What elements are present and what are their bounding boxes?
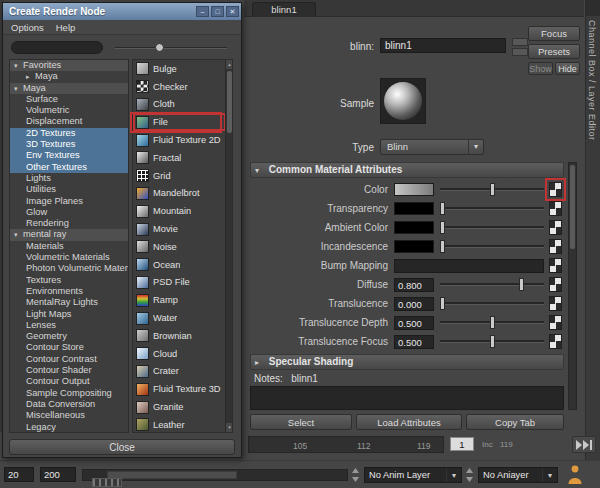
tab-blinn1[interactable]: blinn1: [252, 2, 316, 17]
attr-slider[interactable]: [440, 332, 544, 351]
node-item-cloud[interactable]: Cloud: [133, 345, 226, 363]
hide-button[interactable]: Hide: [555, 62, 580, 75]
output-connection-icon[interactable]: [512, 48, 528, 56]
node-item-ocean[interactable]: Ocean: [133, 256, 226, 274]
tree-item-mentalray-lights[interactable]: MentalRay Lights: [10, 297, 128, 308]
section-expanded-icon[interactable]: ▾: [255, 164, 266, 178]
input-connection-icon[interactable]: [512, 38, 528, 46]
range-slider-thumb[interactable]: [107, 471, 237, 479]
map-button-incandescence[interactable]: [549, 239, 562, 254]
select-button[interactable]: Select: [250, 414, 352, 430]
scroll-up-icon[interactable]: ▴: [226, 60, 233, 69]
tree-item-surface[interactable]: Surface: [10, 94, 128, 105]
stepper-icon[interactable]: [466, 468, 473, 482]
node-item-fluid-texture-3d[interactable]: Fluid Texture 3D: [133, 380, 226, 398]
current-time-field[interactable]: 1: [450, 437, 474, 451]
tree-item-sample-compositing[interactable]: Sample Compositing: [10, 388, 128, 399]
map-button-ambient-color[interactable]: [549, 220, 562, 235]
chevron-down-icon[interactable]: ▾: [468, 140, 483, 154]
tree-item-light-maps[interactable]: Light Maps: [10, 309, 128, 320]
tree-item-photon-volumetric-materi[interactable]: Photon Volumetric Materi...: [10, 263, 128, 274]
node-item-file[interactable]: File: [133, 113, 226, 131]
tree-item-rendering[interactable]: Rendering: [10, 218, 128, 229]
tree-expand-icon[interactable]: ▾: [14, 83, 23, 94]
tree-item-miscellaneous[interactable]: Miscellaneous: [10, 410, 128, 421]
value-field[interactable]: 0.000: [394, 297, 434, 311]
node-item-brownian[interactable]: Brownian: [133, 327, 226, 345]
tree-item-utilities[interactable]: Utilities: [10, 184, 128, 195]
tree-item-geometry[interactable]: Geometry: [10, 331, 128, 342]
attr-slider[interactable]: [440, 237, 544, 256]
tree-item-contour-shader[interactable]: Contour Shader: [10, 365, 128, 376]
value-field[interactable]: 0.800: [394, 278, 434, 292]
tree-item-volumetric[interactable]: Volumetric: [10, 105, 128, 116]
close-button[interactable]: Close: [9, 439, 235, 455]
close-icon[interactable]: ✕: [226, 6, 239, 17]
tree-item-image-planes[interactable]: Image Planes: [10, 196, 128, 207]
material-sample-swatch[interactable]: [380, 78, 426, 124]
time-slider[interactable]: 105 112 119: [248, 436, 444, 453]
attr-slider[interactable]: [440, 199, 544, 218]
map-button-bump-mapping[interactable]: [549, 258, 562, 273]
scrollbar-thumb[interactable]: [570, 165, 575, 249]
character-person-icon[interactable]: [564, 463, 586, 485]
node-item-grid[interactable]: Grid: [133, 167, 226, 185]
map-button-transparency[interactable]: [549, 201, 562, 216]
tree-item-materials[interactable]: Materials: [10, 241, 128, 252]
node-item-crater[interactable]: Crater: [133, 363, 226, 381]
tree-item-glow[interactable]: Glow: [10, 207, 128, 218]
node-item-fractal[interactable]: Fractal: [133, 149, 226, 167]
tree-expand-icon[interactable]: ▾: [14, 60, 23, 71]
slider-handle[interactable]: [440, 240, 445, 253]
node-item-leather[interactable]: Leather: [133, 416, 226, 433]
scrollbar-thumb[interactable]: [227, 71, 232, 133]
attr-slider[interactable]: [440, 218, 544, 237]
slider-handle[interactable]: [440, 202, 445, 215]
window-titlebar[interactable]: Create Render Node – □ ✕: [3, 3, 241, 20]
node-item-cloth[interactable]: Cloth: [133, 96, 226, 114]
maximize-icon[interactable]: □: [211, 6, 224, 17]
node-item-bulge[interactable]: Bulge: [133, 60, 226, 78]
map-button-color[interactable]: [549, 182, 562, 197]
slider-handle[interactable]: [490, 335, 495, 348]
copy-tab-button[interactable]: Copy Tab: [466, 414, 564, 430]
tree-item-environments[interactable]: Environments: [10, 286, 128, 297]
presets-button[interactable]: Presets: [528, 44, 580, 59]
material-type-dropdown[interactable]: Blinn ▾: [380, 139, 484, 155]
tab-channel-box-layer-editor[interactable]: Channel Box / Layer Editor: [587, 20, 597, 141]
slider-handle[interactable]: [155, 43, 164, 52]
tree-item-mental-ray[interactable]: ▾mental ray: [10, 229, 128, 240]
color-swatch[interactable]: [394, 240, 434, 253]
slider-handle[interactable]: [490, 316, 495, 329]
attr-slider[interactable]: [440, 294, 544, 313]
attr-slider[interactable]: [440, 313, 544, 332]
tree-item-env-textures[interactable]: Env Textures: [10, 150, 128, 161]
menu-options[interactable]: Options: [11, 22, 44, 33]
node-name-field[interactable]: blinn1: [380, 38, 506, 53]
chevron-down-icon[interactable]: ▾: [446, 468, 461, 482]
tree-item-contour-store[interactable]: Contour Store: [10, 342, 128, 353]
slider-handle[interactable]: [490, 183, 495, 196]
attr-slider[interactable]: [440, 275, 544, 294]
node-item-movie[interactable]: Movie: [133, 220, 226, 238]
tree-expand-icon[interactable]: ▸: [26, 71, 35, 82]
playback-start-field[interactable]: 20: [4, 467, 34, 482]
value-field[interactable]: 0.500: [394, 335, 434, 349]
slider-handle[interactable]: [440, 297, 445, 310]
playback-end-field[interactable]: 200: [40, 467, 76, 482]
attribute-editor-scrollbar[interactable]: [568, 162, 577, 410]
show-button[interactable]: Show: [528, 62, 553, 75]
anim-layer-dropdown[interactable]: No Anim Layer ▾: [364, 467, 462, 483]
node-item-granite[interactable]: Granite: [133, 398, 226, 416]
color-swatch[interactable]: [394, 221, 434, 234]
scroll-down-icon[interactable]: ▾: [226, 423, 233, 432]
tree-item-lenses[interactable]: Lenses: [10, 320, 128, 331]
text-field[interactable]: [394, 259, 544, 273]
menu-help[interactable]: Help: [56, 22, 76, 33]
tree-item-other-textures[interactable]: Other Textures: [10, 162, 128, 173]
tree-item-contour-contrast[interactable]: Contour Contrast: [10, 354, 128, 365]
node-item-mountain[interactable]: Mountain: [133, 202, 226, 220]
attr-slider[interactable]: [440, 180, 544, 199]
tree-item-volumetric-materials[interactable]: Volumetric Materials: [10, 252, 128, 263]
slider-handle[interactable]: [519, 278, 524, 291]
